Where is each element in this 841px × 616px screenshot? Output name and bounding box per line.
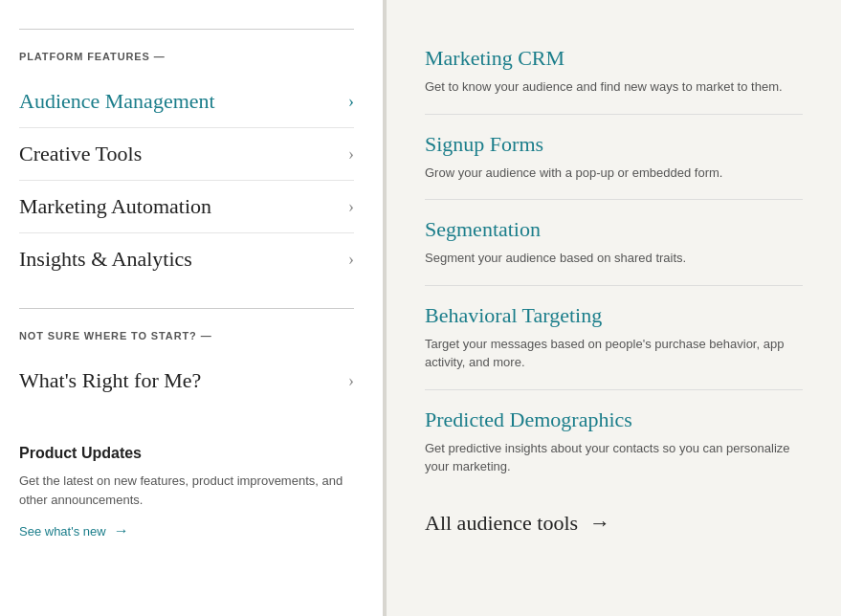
feature-desc: Target your messages based on people's p… bbox=[425, 335, 803, 372]
nav-chevron-icon: › bbox=[348, 250, 354, 270]
nav-chevron-icon: › bbox=[348, 144, 354, 165]
feature-title[interactable]: Signup Forms bbox=[425, 132, 803, 157]
nav-list: Audience Management › Creative Tools › M… bbox=[19, 76, 354, 285]
feature-desc: Segment your audience based on shared tr… bbox=[425, 249, 803, 268]
nav-item-marketing-automation[interactable]: Marketing Automation › bbox=[19, 181, 354, 233]
top-divider bbox=[19, 29, 354, 30]
product-updates-section: Product Updates Get the latest on new fe… bbox=[19, 435, 354, 539]
feature-desc: Grow your audience with a pop-up or embe… bbox=[425, 164, 803, 183]
nav-item-label: Creative Tools bbox=[19, 142, 142, 166]
whats-right-item[interactable]: What's Right for Me? › bbox=[19, 355, 354, 407]
right-panel: Marketing CRM Get to know your audience … bbox=[387, 0, 841, 616]
see-whats-new-label: See what's new bbox=[19, 524, 106, 539]
left-panel: PLATFORM FEATURES — Audience Management … bbox=[0, 0, 383, 616]
feature-item-1: Signup Forms Grow your audience with a p… bbox=[425, 115, 803, 201]
all-tools-label: All audience tools bbox=[425, 511, 578, 536]
feature-item-3: Behavioral Targeting Target your message… bbox=[425, 286, 803, 390]
all-audience-tools-link[interactable]: All audience tools → bbox=[425, 494, 803, 536]
nav-item-insights---analytics[interactable]: Insights & Analytics › bbox=[19, 233, 354, 285]
feature-title[interactable]: Marketing CRM bbox=[425, 46, 803, 71]
nav-item-label: Marketing Automation bbox=[19, 194, 211, 219]
feature-item-4: Predicted Demographics Get predictive in… bbox=[425, 390, 803, 494]
see-whats-new-link[interactable]: See what's new → bbox=[19, 522, 354, 539]
platform-features-label: PLATFORM FEATURES — bbox=[19, 51, 354, 62]
nav-item-label: Audience Management bbox=[19, 89, 215, 114]
feature-desc: Get predictive insights about your conta… bbox=[425, 439, 803, 476]
arrow-right-icon: → bbox=[114, 522, 129, 539]
product-updates-desc: Get the latest on new features, product … bbox=[19, 472, 354, 509]
nav-chevron-icon: › bbox=[348, 197, 354, 217]
nav-item-audience-management[interactable]: Audience Management › bbox=[19, 76, 354, 128]
find-label: NOT SURE WHERE TO START? — bbox=[19, 330, 354, 341]
nav-chevron-icon: › bbox=[348, 92, 354, 112]
nav-item-creative-tools[interactable]: Creative Tools › bbox=[19, 128, 354, 181]
feature-desc: Get to know your audience and find new w… bbox=[425, 77, 803, 97]
whats-right-chevron: › bbox=[348, 371, 354, 391]
feature-item-0: Marketing CRM Get to know your audience … bbox=[425, 29, 803, 115]
feature-item-2: Segmentation Segment your audience based… bbox=[425, 200, 803, 286]
nav-item-label: Insights & Analytics bbox=[19, 247, 192, 272]
feature-title[interactable]: Predicted Demographics bbox=[425, 407, 803, 432]
whats-right-label: What's Right for Me? bbox=[19, 368, 201, 393]
feature-title[interactable]: Behavioral Targeting bbox=[425, 303, 803, 328]
feature-title[interactable]: Segmentation bbox=[425, 217, 803, 242]
product-updates-title: Product Updates bbox=[19, 445, 354, 462]
mid-divider bbox=[19, 308, 354, 309]
all-tools-arrow-icon: → bbox=[589, 511, 610, 536]
